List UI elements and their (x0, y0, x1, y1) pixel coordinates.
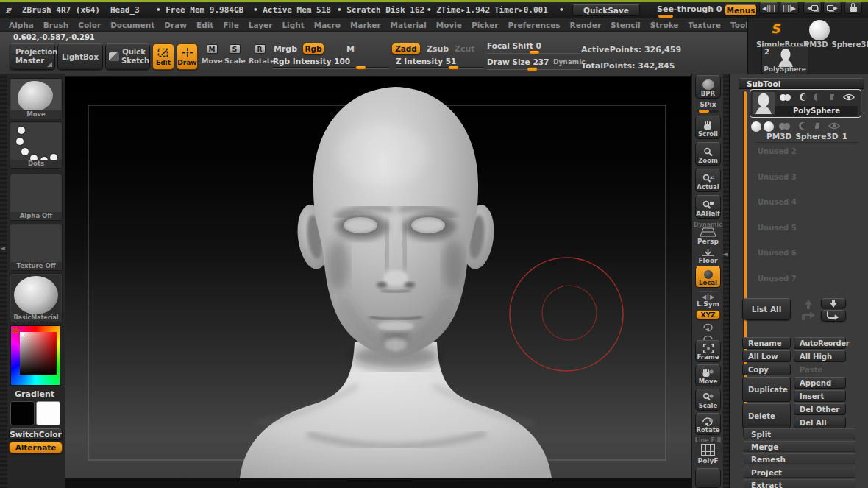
subtool-unused-slot[interactable]: Unused 4 (758, 198, 797, 206)
paste-button[interactable]: Paste (794, 364, 846, 375)
pm3d-sphere-icon[interactable] (809, 20, 830, 40)
menu-item[interactable]: Texture (688, 21, 720, 29)
menu-item[interactable]: Movie (436, 21, 462, 29)
persp-button[interactable]: Persp (692, 238, 724, 245)
rgb-intensity-handle[interactable] (355, 66, 366, 70)
rgb-button[interactable]: Rgb (302, 43, 324, 54)
menu-item[interactable]: Tool (730, 21, 748, 29)
see-through-slider[interactable]: See-through 0 (657, 4, 722, 14)
current-tool-tile[interactable]: 2 PolySphere (761, 46, 808, 74)
list-all-button[interactable]: List All (742, 298, 791, 320)
polyframe-grid-icon[interactable] (701, 444, 715, 456)
spix-track[interactable] (697, 110, 719, 113)
see-through-slider-handle[interactable] (658, 15, 673, 18)
z-intensity-handle[interactable] (448, 66, 459, 70)
frame-button[interactable]: Frame (695, 340, 721, 362)
focal-shift-handle[interactable] (529, 50, 540, 54)
autoreorder-button[interactable]: AutoReorder (794, 337, 846, 349)
menu-item[interactable]: Macro (314, 21, 341, 29)
subtool-section-bar[interactable]: Remesh (744, 453, 855, 464)
shelf-partial-button[interactable] (695, 468, 721, 488)
secondary-color-swatch[interactable] (36, 401, 60, 425)
stroke-tile[interactable]: Dots (10, 121, 63, 169)
color-picker[interactable] (10, 325, 60, 386)
subtool-moveup-bend-icon[interactable] (800, 311, 817, 322)
right-divider[interactable]: ◄ (723, 74, 729, 488)
subtool-unused-slot[interactable]: Unused 6 (758, 249, 797, 257)
menu-item[interactable]: Material (391, 21, 427, 29)
rename-button[interactable]: Rename (742, 337, 791, 349)
subtool-section-bar[interactable]: Split (744, 428, 855, 439)
zoom-button[interactable]: Zoom (695, 142, 721, 166)
draw-size-handle[interactable] (527, 67, 538, 71)
brushstroke-icon[interactable] (828, 94, 836, 100)
menu-item[interactable]: Stencil (611, 21, 641, 29)
subtool-unused-slot[interactable]: Unused 3 (758, 173, 797, 181)
main-color-swatch[interactable] (10, 401, 35, 425)
subtool-item-selected[interactable]: PolySphere (750, 89, 861, 118)
zsub-button[interactable]: Zsub (427, 44, 449, 54)
zscript-pager-right-button[interactable]: ||||▶ (780, 2, 799, 14)
subtool-section-bar[interactable]: Extract (744, 479, 855, 488)
menu-item[interactable]: Color (78, 21, 101, 29)
lock-icon[interactable] (844, 2, 862, 14)
subtool-unused-slot[interactable]: Unused 7 (758, 275, 797, 283)
copy-button[interactable]: Copy (742, 364, 791, 375)
m-button[interactable]: M (346, 44, 355, 54)
lsym-button[interactable]: L.Sym (692, 300, 724, 308)
right-divider-handle-icon[interactable]: ◄ (722, 250, 728, 258)
subtool-section-bar[interactable]: Project (744, 467, 855, 478)
quicksave-button[interactable]: QuickSave (572, 4, 640, 16)
del-all-button[interactable]: Del All (794, 417, 846, 428)
menu-item[interactable]: Document (110, 21, 154, 29)
menu-item[interactable]: Render (570, 21, 602, 29)
spix-slider[interactable]: SPix (692, 101, 724, 108)
del-other-button[interactable]: Del Other (794, 403, 846, 415)
subtool-item[interactable]: PM3D_Sphere3D_1 (750, 119, 861, 143)
delete-button[interactable]: Delete (742, 403, 791, 428)
rotate-mode-button[interactable]: R Rotate (249, 44, 271, 65)
duplicate-button[interactable]: Duplicate (742, 377, 791, 402)
half-shade-icon[interactable] (814, 93, 821, 101)
bpr-button[interactable]: BPR (695, 75, 721, 99)
floor-icon[interactable] (702, 249, 714, 256)
menu-item[interactable]: Draw (164, 21, 187, 29)
edit-button[interactable]: Edit (152, 43, 174, 70)
left-divider[interactable]: ◄ (0, 74, 7, 488)
local-button[interactable]: Local (695, 266, 721, 288)
polypaint-icon[interactable] (780, 94, 793, 101)
current-brush-tile[interactable]: Move (10, 78, 63, 119)
spix-handle[interactable] (699, 110, 709, 113)
menu-item[interactable]: Stroke (650, 21, 679, 29)
menu-item[interactable]: Alpha (9, 21, 34, 29)
subtool-down-arrow-button[interactable] (821, 298, 846, 308)
subtool-unused-slot[interactable]: Unused 5 (758, 224, 797, 232)
menu-item[interactable]: Marker (350, 21, 381, 29)
cascade-left-icon[interactable]: ◀ (803, 2, 822, 14)
append-button[interactable]: Append (794, 377, 846, 389)
polyf-button[interactable]: PolyF (692, 457, 724, 464)
rgb-intensity-slider[interactable]: Rgb Intensity 100 (273, 57, 389, 69)
menu-item[interactable]: Light (282, 21, 304, 29)
subtool-header[interactable]: SubTool (739, 78, 864, 89)
persp-grid-icon[interactable] (700, 227, 716, 237)
menu-item[interactable]: Brush (43, 21, 68, 29)
scale-mode-button[interactable]: S Scale (224, 44, 245, 65)
focal-shift-slider[interactable]: Focal Shift 0 (487, 41, 581, 54)
material-tile[interactable]: BasicMaterial (10, 273, 63, 322)
lightbox-button[interactable]: LightBox (57, 43, 103, 70)
saturation-square[interactable] (20, 332, 57, 375)
rotate-y-icon[interactable] (702, 322, 714, 332)
zcut-button[interactable]: Zcut (455, 44, 475, 54)
subtool-up-arrow-icon[interactable] (800, 300, 817, 309)
zscript-pager-left-button[interactable]: ◀|||| (759, 2, 778, 14)
scale-3d-button[interactable]: Scale (695, 389, 721, 411)
menu-item[interactable]: Picker (472, 21, 499, 29)
menu-item[interactable]: File (223, 21, 239, 29)
gradient-label[interactable]: Gradient (15, 389, 54, 399)
quick-sketch-button[interactable]: Quick Sketch (105, 43, 150, 70)
left-divider-handle-icon[interactable]: ◄ (0, 244, 5, 252)
move-3d-button[interactable]: Move (695, 364, 721, 386)
scroll-button[interactable]: Scroll (695, 116, 721, 139)
insert-button[interactable]: Insert (794, 390, 846, 402)
